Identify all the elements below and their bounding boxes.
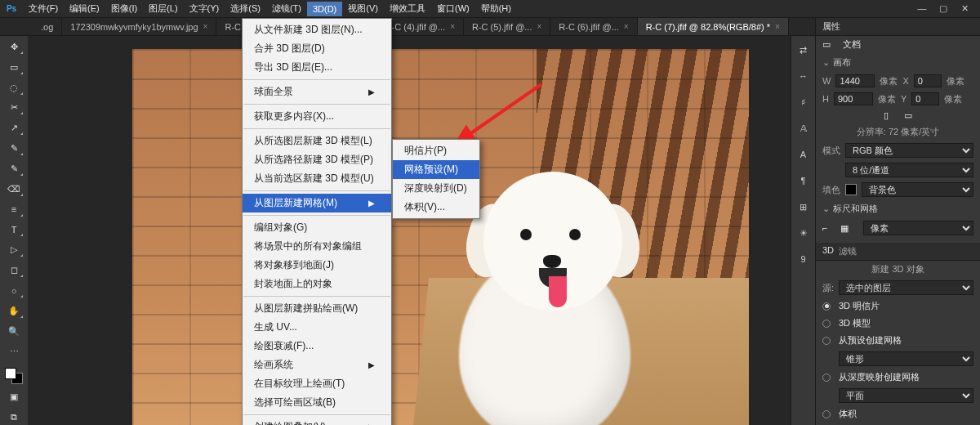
submenu-item[interactable]: 网格预设(M) — [393, 160, 479, 179]
menu-item[interactable]: 从图层新建网格(M)▶ — [243, 194, 391, 212]
menu-item[interactable]: 绘图衰减(F)... — [243, 337, 391, 356]
depth-mesh-select[interactable]: 平面 — [839, 388, 973, 403]
ruler-unit-select[interactable]: 像素 — [863, 221, 973, 235]
more-tools[interactable]: ⋯ — [4, 344, 24, 360]
gradient-tool[interactable]: ≡ — [4, 202, 24, 217]
menu-select[interactable]: 选择(S) — [225, 0, 266, 17]
paragraph-icon[interactable]: ¶ — [795, 173, 812, 188]
canvas-section-label[interactable]: 画布 — [833, 57, 851, 67]
doc-tab[interactable]: 172309mwkyvmfyky1bymwv.jpg× — [62, 18, 216, 36]
crop-tool[interactable]: ✂ — [4, 101, 24, 116]
menu-item[interactable]: 导出 3D 图层(E)... — [243, 58, 391, 77]
menu-help[interactable]: 帮助(H) — [475, 0, 517, 17]
hand-tool[interactable]: ✋ — [4, 303, 24, 319]
marquee-tool[interactable]: ▭ — [4, 60, 24, 75]
grid-icon[interactable]: ▦ — [840, 223, 849, 234]
minimize-button[interactable]: — — [916, 3, 928, 14]
fill-swatch[interactable] — [845, 184, 857, 195]
ruler-icon[interactable]: ⌐ — [822, 223, 827, 233]
ellipse-tool[interactable]: ○ — [4, 283, 24, 298]
rect-tool[interactable]: ◻ — [4, 262, 24, 278]
character-icon[interactable]: 𝔸 — [795, 121, 812, 136]
menu-type[interactable]: 文字(Y) — [184, 0, 225, 17]
lasso-tool[interactable]: ◌ — [4, 80, 24, 96]
menu-item[interactable]: 从图层新建拼贴绘画(W) — [243, 299, 391, 318]
radio-preset-mesh[interactable] — [822, 337, 831, 345]
menu-image[interactable]: 图像(I) — [105, 0, 143, 17]
menu-item[interactable]: 从所选图层新建 3D 模型(L) — [243, 132, 391, 150]
screenmode-tool[interactable]: ⧉ — [4, 409, 24, 425]
adjust-icon[interactable]: ♯ — [795, 95, 812, 110]
path-tool[interactable]: ▷ — [4, 242, 24, 257]
radio-volume[interactable] — [822, 410, 831, 418]
close-icon[interactable]: × — [537, 18, 541, 36]
menu-3d[interactable]: 3D(D) — [307, 2, 342, 16]
preset-mesh-select[interactable]: 锥形 — [839, 351, 973, 366]
swatches-icon[interactable]: ↔ — [795, 69, 812, 83]
height-input[interactable] — [834, 92, 873, 105]
menu-item[interactable]: 创建绘图叠加(V)▶ — [243, 418, 391, 425]
x-input[interactable] — [914, 74, 942, 87]
glyphs-icon[interactable]: A — [795, 147, 812, 162]
menu-item[interactable]: 从所选路径新建 3D 模型(P) — [243, 150, 391, 169]
menu-item[interactable]: 合并 3D 图层(D) — [243, 39, 391, 58]
orient-portrait-icon[interactable]: ▯ — [884, 110, 889, 121]
menu-item[interactable]: 将对象移到地面(J) — [243, 256, 391, 275]
doc-tab[interactable]: R-C (5).jfif @...× — [464, 18, 550, 36]
menu-item[interactable]: 编组对象(G) — [243, 218, 391, 237]
menu-layer[interactable]: 图层(L) — [143, 0, 183, 17]
type-tool[interactable]: T — [4, 222, 24, 238]
menu-item[interactable]: 在目标纹理上绘画(T) — [243, 374, 391, 393]
doc-tab[interactable]: R-C (6).jfif @...× — [550, 18, 637, 36]
panel-3d-alt-tab[interactable]: 滤镜 — [839, 245, 857, 257]
quickmask-tool[interactable]: ▣ — [4, 389, 24, 405]
eyedropper-tool[interactable]: ↗ — [4, 120, 24, 136]
submenu-item[interactable]: 体积(V)... — [393, 198, 479, 217]
menu-item[interactable]: 绘画系统▶ — [243, 356, 391, 374]
panel-3d-tab[interactable]: 3D — [822, 245, 834, 257]
menu-item[interactable]: 将场景中的所有对象编组 — [243, 237, 391, 256]
eraser-tool[interactable]: ⌫ — [4, 181, 24, 197]
menu-filter[interactable]: 滤镜(T) — [266, 0, 307, 17]
menu-view[interactable]: 视图(V) — [342, 0, 384, 17]
doc-tab-active[interactable]: R-C (7).jfif @ 82.8%(RGB/8#) *× — [638, 18, 789, 36]
orient-landscape-icon[interactable]: ▭ — [904, 110, 912, 121]
fill-select[interactable]: 背景色 — [862, 182, 973, 197]
close-icon[interactable]: × — [203, 18, 208, 36]
submenu-item[interactable]: 明信片(P) — [393, 141, 479, 160]
document-canvas[interactable] — [132, 49, 749, 425]
submenu-item[interactable]: 深度映射到(D) — [393, 179, 479, 198]
ruler-section-label[interactable]: 标尺和网格 — [833, 204, 878, 213]
libraries-icon[interactable]: ⊞ — [795, 199, 812, 214]
close-button[interactable]: ✕ — [959, 3, 970, 14]
color-swatch[interactable] — [5, 368, 23, 385]
doc-tab[interactable]: .og — [33, 18, 62, 36]
properties-tab[interactable]: 属性 — [816, 18, 980, 36]
menu-item[interactable]: 选择可绘画区域(B) — [243, 393, 391, 412]
nine-icon[interactable]: 9 — [795, 252, 812, 266]
menu-window[interactable]: 窗口(W) — [431, 0, 475, 17]
menu-item[interactable]: 从文件新建 3D 图层(N)... — [243, 20, 391, 39]
radio-postcard[interactable] — [822, 302, 831, 311]
menu-item[interactable]: 球面全景▶ — [243, 83, 391, 101]
mode-select[interactable]: RGB 颜色 — [845, 143, 973, 158]
menu-item[interactable]: 获取更多内容(X)... — [243, 107, 391, 126]
radio-depth-mesh[interactable] — [822, 374, 831, 382]
close-icon[interactable]: × — [624, 18, 629, 36]
maximize-button[interactable]: ▢ — [938, 3, 949, 14]
menu-item[interactable]: 从当前选区新建 3D 模型(U) — [243, 169, 391, 188]
menu-file[interactable]: 文件(F) — [23, 0, 64, 17]
pencil-tool[interactable]: ✎ — [4, 161, 24, 177]
close-icon[interactable]: × — [775, 18, 780, 36]
menu-item[interactable]: 生成 UV... — [243, 318, 391, 337]
source-select[interactable]: 选中的图层 — [839, 280, 973, 295]
width-input[interactable] — [835, 74, 875, 87]
y-input[interactable] — [911, 92, 939, 105]
move-tool[interactable]: ✥ — [4, 39, 24, 55]
history-icon[interactable]: ⇄ — [795, 42, 812, 57]
zoom-tool[interactable]: 🔍 — [4, 324, 24, 339]
depth-select[interactable]: 8 位/通道 — [845, 163, 973, 177]
close-icon[interactable]: × — [450, 18, 455, 36]
menu-edit[interactable]: 编辑(E) — [64, 0, 105, 17]
radio-model[interactable] — [822, 320, 831, 328]
